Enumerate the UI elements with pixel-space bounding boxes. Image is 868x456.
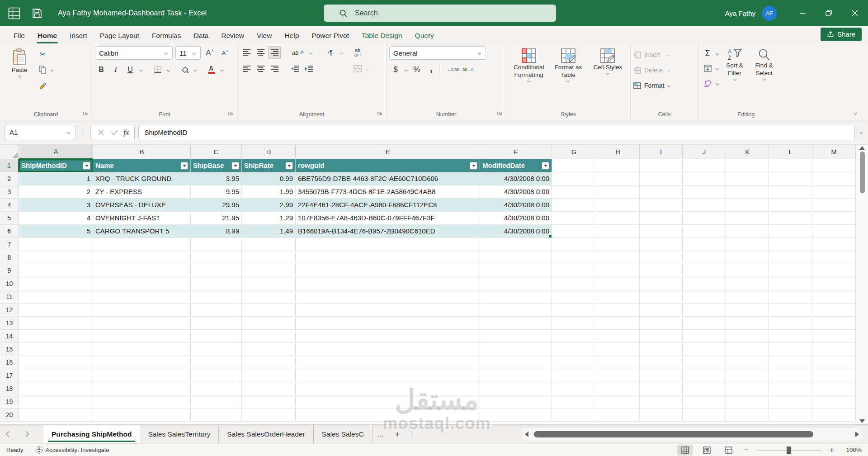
name-box[interactable]: A1 bbox=[5, 125, 76, 140]
cell-B7[interactable] bbox=[93, 238, 191, 251]
cell-A7[interactable] bbox=[19, 238, 93, 251]
cell-G2[interactable] bbox=[552, 172, 596, 185]
cell-C16[interactable] bbox=[191, 356, 242, 369]
scroll-up-arrow[interactable] bbox=[859, 146, 865, 150]
cell-L16[interactable] bbox=[769, 356, 812, 369]
cell-K5[interactable] bbox=[726, 212, 769, 225]
cell-M16[interactable] bbox=[812, 356, 856, 369]
cell-K20[interactable] bbox=[726, 408, 769, 422]
expand-formula-bar-chevron[interactable] bbox=[859, 131, 863, 134]
cell-E2[interactable]: 6BE756D9-D7BE-4463-8F2C-AE60C710D606 bbox=[296, 172, 480, 185]
shrink-font-button[interactable]: A˅ bbox=[219, 47, 231, 59]
cell-M3[interactable] bbox=[812, 185, 856, 199]
name-box-chevron[interactable] bbox=[67, 131, 71, 134]
cell-H15[interactable] bbox=[596, 343, 640, 356]
cell-H7[interactable] bbox=[596, 238, 640, 251]
cell-K4[interactable] bbox=[726, 199, 769, 212]
cell-B4[interactable]: OVERSEAS - DELUXE bbox=[93, 199, 191, 212]
row-header-6[interactable]: 6 bbox=[0, 225, 19, 238]
clear-button[interactable] bbox=[701, 77, 714, 90]
format-cells-button[interactable]: Format bbox=[633, 79, 671, 92]
cell-K11[interactable] bbox=[726, 290, 769, 304]
cell-L8[interactable] bbox=[769, 251, 812, 264]
cell-M8[interactable] bbox=[812, 251, 856, 264]
cell-L14[interactable] bbox=[769, 330, 812, 343]
reading-order-button[interactable]: ›¶ bbox=[322, 46, 338, 59]
cell-J11[interactable] bbox=[683, 290, 726, 304]
cell-E10[interactable] bbox=[296, 277, 480, 290]
cell-G13[interactable] bbox=[552, 317, 596, 330]
normal-view-button[interactable] bbox=[677, 445, 693, 456]
cell-I20[interactable] bbox=[640, 408, 683, 422]
cell-B15[interactable] bbox=[93, 343, 191, 356]
cell-D15[interactable] bbox=[242, 343, 296, 356]
cell-I14[interactable] bbox=[640, 330, 683, 343]
cell-E17[interactable] bbox=[296, 369, 480, 382]
cell-H9[interactable] bbox=[596, 264, 640, 277]
cell-J14[interactable] bbox=[683, 330, 726, 343]
cell-F15[interactable] bbox=[480, 343, 552, 356]
cell-E9[interactable] bbox=[296, 264, 480, 277]
cell-I1[interactable] bbox=[640, 159, 683, 172]
row-header-13[interactable]: 13 bbox=[0, 317, 19, 330]
cell-A20[interactable] bbox=[19, 408, 93, 422]
cell-K8[interactable] bbox=[726, 251, 769, 264]
cell-F14[interactable] bbox=[480, 330, 552, 343]
cell-L19[interactable] bbox=[769, 395, 812, 408]
cell-F17[interactable] bbox=[480, 369, 552, 382]
filter-dropdown-button[interactable] bbox=[83, 162, 90, 170]
cell-A10[interactable] bbox=[19, 277, 93, 290]
cell-A2[interactable]: 1 bbox=[19, 172, 93, 185]
avatar[interactable]: AF bbox=[762, 6, 777, 21]
row-header-12[interactable]: 12 bbox=[0, 304, 19, 317]
currency-button[interactable]: $ bbox=[389, 63, 402, 76]
cell-H20[interactable] bbox=[596, 408, 640, 422]
cell-J8[interactable] bbox=[683, 251, 726, 264]
cell-E8[interactable] bbox=[296, 251, 480, 264]
cell-B3[interactable]: ZY - EXPRESS bbox=[93, 185, 191, 199]
cell-F8[interactable] bbox=[480, 251, 552, 264]
cell-M2[interactable] bbox=[812, 172, 856, 185]
cell-E14[interactable] bbox=[296, 330, 480, 343]
fill-color-button[interactable] bbox=[178, 63, 191, 76]
new-sheet-button[interactable]: + bbox=[389, 425, 406, 443]
cell-L6[interactable] bbox=[769, 225, 812, 238]
ribbon-tab-view[interactable]: View bbox=[250, 28, 278, 43]
copy-button[interactable] bbox=[36, 63, 49, 76]
cell-I5[interactable] bbox=[640, 212, 683, 225]
cell-E5[interactable]: 107E8356-E7A8-463D-B60C-079FFF467F3F bbox=[296, 212, 480, 225]
cell-B11[interactable] bbox=[93, 290, 191, 304]
cell-I10[interactable] bbox=[640, 277, 683, 290]
row-header-17[interactable]: 17 bbox=[0, 369, 19, 382]
cell-C7[interactable] bbox=[191, 238, 242, 251]
cell-H1[interactable] bbox=[596, 159, 640, 172]
restore-button[interactable] bbox=[816, 0, 842, 26]
cell-J10[interactable] bbox=[683, 277, 726, 290]
cell-J4[interactable] bbox=[683, 199, 726, 212]
filter-dropdown-button[interactable] bbox=[180, 162, 188, 170]
cell-H18[interactable] bbox=[596, 382, 640, 395]
cell-F3[interactable]: 4/30/2008 0:00 bbox=[480, 185, 552, 199]
borders-dropdown-chevron[interactable] bbox=[167, 68, 170, 71]
cell-L4[interactable] bbox=[769, 199, 812, 212]
column-header-D[interactable]: D bbox=[242, 145, 296, 159]
sheet-tab-purchasing-shipmethod[interactable]: Purchasing ShipMethod bbox=[43, 425, 140, 443]
cell-A14[interactable] bbox=[19, 330, 93, 343]
cell-G1[interactable] bbox=[552, 159, 596, 172]
row-header-1[interactable]: 1 bbox=[0, 159, 19, 172]
cell-K13[interactable] bbox=[726, 317, 769, 330]
cell-C1[interactable]: ShipBase bbox=[191, 159, 242, 172]
cell-L1[interactable] bbox=[769, 159, 812, 172]
cell-E20[interactable] bbox=[296, 408, 480, 422]
cell-A19[interactable] bbox=[19, 395, 93, 408]
cell-A13[interactable] bbox=[19, 317, 93, 330]
insert-function-button[interactable]: fx bbox=[122, 128, 131, 137]
ribbon-tab-file[interactable]: File bbox=[7, 28, 31, 43]
zoom-slider[interactable] bbox=[756, 450, 822, 451]
cell-G17[interactable] bbox=[552, 369, 596, 382]
find-select-button[interactable]: Find & Select bbox=[750, 46, 778, 109]
decrease-decimal-button[interactable]: .00 →0 bbox=[461, 63, 474, 76]
cell-I8[interactable] bbox=[640, 251, 683, 264]
sheet-tab-sales-salesc[interactable]: Sales SalesC bbox=[314, 425, 373, 443]
orientation-dropdown-chevron[interactable] bbox=[309, 51, 313, 54]
